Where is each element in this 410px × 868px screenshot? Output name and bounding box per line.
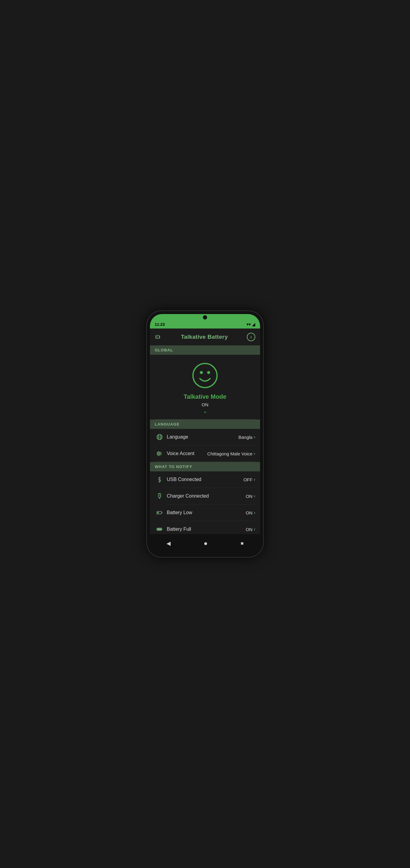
svg-point-6 <box>207 371 210 374</box>
usb-icon <box>155 476 164 483</box>
status-time: 11:23 <box>155 322 165 327</box>
charger-connected-value: ON <box>246 494 252 499</box>
svg-rect-28 <box>158 512 159 513</box>
svg-rect-31 <box>162 529 163 530</box>
voice-accent-value: Chittagong Male Voice <box>207 451 252 456</box>
battery-full-chevron: › <box>254 527 255 532</box>
language-item[interactable]: Language Bangla › <box>150 429 260 445</box>
battery-full-label: Battery Full <box>167 527 246 532</box>
svg-text:≡: ≡ <box>157 514 158 516</box>
svg-point-4 <box>193 364 217 388</box>
talkative-mode-value: ON <box>202 402 209 407</box>
recents-button[interactable]: ■ <box>235 539 249 548</box>
battery-low-item[interactable]: ≡ Battery Low ON › <box>150 504 260 521</box>
language-value: Bangla <box>238 435 252 440</box>
svg-rect-1 <box>159 336 160 338</box>
notify-section-header: WHAT TO NOTIFY <box>150 462 260 471</box>
svg-rect-19 <box>160 480 161 481</box>
main-content: GLOBAL Talkative Mode ON ⌄ LANGUAGE <box>150 345 260 534</box>
status-icons: ▾▾ ◢ <box>246 322 255 327</box>
battery-full-item[interactable]: Battery Full ON › <box>150 521 260 534</box>
svg-rect-32 <box>158 529 161 530</box>
global-section-header: GLOBAL <box>150 345 260 355</box>
voice-accent-item[interactable]: Voice Accent Chittagong Male Voice › <box>150 445 260 462</box>
app-title: Talkative Battery <box>181 334 228 340</box>
usb-connected-chevron: › <box>254 477 255 482</box>
phone-screen: 11:23 ▾▾ ◢ Talkative Battery i <box>150 314 260 554</box>
battery-low-value: ON <box>246 510 252 516</box>
signal-icon: ◢ <box>252 322 255 327</box>
home-button[interactable]: ● <box>198 538 214 549</box>
svg-rect-27 <box>162 513 163 513</box>
globe-icon <box>155 434 164 440</box>
charger-connected-label: Charger Connected <box>167 493 246 499</box>
svg-point-5 <box>200 371 203 374</box>
app-header: Talkative Battery i <box>150 329 260 345</box>
voice-accent-chevron: › <box>254 451 255 456</box>
language-label: Language <box>167 434 238 440</box>
battery-low-chevron: › <box>254 510 255 516</box>
smiley-icon <box>192 362 218 389</box>
charger-connected-chevron: › <box>254 493 255 499</box>
language-section-header: LANGUAGE <box>150 420 260 429</box>
talkative-mode-chevron[interactable]: ⌄ <box>203 408 207 414</box>
charger-connected-item[interactable]: Charger Connected ON › <box>150 488 260 504</box>
svg-rect-18 <box>159 479 160 480</box>
info-button[interactable]: i <box>247 333 255 341</box>
language-chevron: › <box>254 434 255 440</box>
global-section-body: Talkative Mode ON ⌄ <box>150 355 260 419</box>
svg-point-2 <box>156 337 157 338</box>
bottom-nav: ◀ ● ■ <box>150 534 260 554</box>
charger-icon <box>155 493 164 499</box>
svg-rect-22 <box>159 493 160 494</box>
battery-low-label: Battery Low <box>167 510 246 516</box>
phone-device: 11:23 ▾▾ ◢ Talkative Battery i <box>146 310 264 558</box>
back-button[interactable]: ◀ <box>161 538 177 549</box>
usb-connected-value: OFF <box>243 477 252 482</box>
usb-connected-label: USB Connected <box>167 477 243 482</box>
status-bar: 11:23 ▾▾ ◢ <box>150 319 260 329</box>
battery-low-icon: ≡ <box>155 509 164 516</box>
usb-connected-item[interactable]: USB Connected OFF › <box>150 471 260 488</box>
notch-area <box>150 314 260 319</box>
voice-accent-label: Voice Accent <box>167 451 207 456</box>
talkative-mode-label: Talkative Mode <box>184 393 226 400</box>
battery-speaker-icon <box>155 333 162 341</box>
camera-dot <box>203 315 207 319</box>
svg-point-20 <box>159 481 160 482</box>
svg-rect-23 <box>160 493 161 494</box>
speaker-icon <box>155 450 164 457</box>
battery-full-value: ON <box>246 527 252 532</box>
battery-full-icon <box>155 526 164 532</box>
wifi-icon: ▾▾ <box>246 322 251 327</box>
